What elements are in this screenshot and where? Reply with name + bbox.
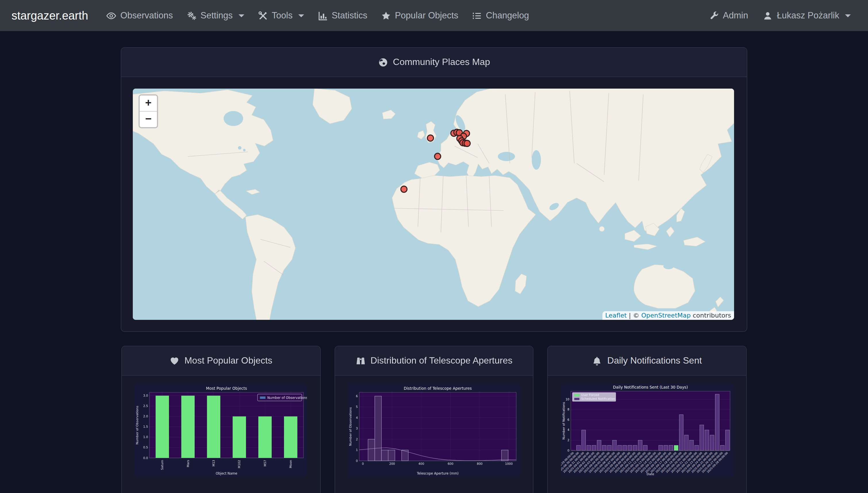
daily-notifications-chart: Daily Notifications Sent (Last 30 Days)0…	[561, 384, 733, 477]
chart-card-title: Most Popular Objects	[184, 356, 272, 366]
svg-text:1.5: 1.5	[143, 425, 148, 428]
svg-text:Number of Observations: Number of Observations	[136, 406, 139, 444]
nav-item-changelog[interactable]: Changelog	[466, 6, 535, 25]
svg-text:0.0: 0.0	[143, 456, 148, 459]
svg-text:2.0: 2.0	[143, 414, 148, 418]
leaflet-map[interactable]: + − Leaflet | © OpenStreetMap contributo…	[133, 89, 734, 320]
chevron-down-icon	[238, 14, 244, 17]
world-map	[133, 89, 734, 320]
svg-text:0: 0	[356, 459, 358, 463]
svg-text:Most Popular Objects: Most Popular Objects	[206, 386, 247, 391]
chart-card-header: Distribution of Telescope Apertures	[335, 346, 533, 376]
nav-item-user-menu[interactable]: Łukasz Pożarlik	[757, 6, 856, 25]
chart-body: Distribution of Telescope Apertures01234…	[335, 376, 533, 477]
svg-text:Distribution of Telescope Aper: Distribution of Telescope Apertures	[404, 386, 472, 391]
nav-label: Changelog	[486, 10, 529, 21]
chart-card-title: Daily Notifications Sent	[607, 356, 702, 366]
map-card-body: + − Leaflet | © OpenStreetMap contributo…	[121, 77, 747, 331]
bar-chart-icon	[318, 10, 328, 20]
svg-text:Daily Notifications Sent (Last: Daily Notifications Sent (Last 30 Days)	[613, 385, 687, 389]
nav-item-settings[interactable]: Settings	[181, 6, 250, 25]
zoom-in-button[interactable]: +	[140, 95, 157, 112]
svg-text:M13: M13	[212, 460, 215, 466]
nav-label: Tools	[272, 10, 293, 21]
binoculars-icon	[356, 356, 365, 366]
most-popular-objects-card: Most Popular Objects Most Popular Object…	[121, 346, 320, 493]
svg-text:0.5: 0.5	[143, 446, 148, 449]
svg-text:400: 400	[418, 462, 424, 465]
map-marker[interactable]	[427, 135, 434, 141]
leaflet-link[interactable]: Leaflet	[605, 312, 627, 319]
svg-text:2.5: 2.5	[143, 404, 148, 408]
svg-text:Number of Observations: Number of Observations	[268, 396, 307, 400]
svg-text:Number of Notifications: Number of Notifications	[562, 402, 565, 440]
most-popular-objects-chart: Most Popular Objects0.00.51.01.52.02.53.…	[135, 384, 307, 477]
charts-row: Most Popular Objects Most Popular Object…	[121, 346, 747, 493]
telescope-apertures-card: Distribution of Telescope Apertures Dist…	[334, 346, 533, 493]
svg-text:8: 8	[567, 408, 569, 411]
nav-label: Observations	[120, 10, 173, 21]
nav-item-popular-objects[interactable]: Popular Objects	[375, 6, 464, 25]
bell-icon	[592, 356, 602, 366]
svg-text:Saturn: Saturn	[161, 460, 164, 470]
map-marker[interactable]	[464, 141, 470, 147]
telescope-apertures-chart: Distribution of Telescope Apertures01234…	[348, 384, 520, 477]
svg-text:Number of Observations: Number of Observations	[349, 407, 352, 446]
nav-label: Popular Objects	[395, 10, 458, 21]
svg-text:0: 0	[362, 462, 364, 465]
svg-text:1000: 1000	[505, 462, 513, 465]
person-icon	[763, 10, 773, 20]
svg-text:600: 600	[448, 462, 453, 465]
nav-item-observations[interactable]: Observations	[101, 6, 179, 25]
svg-text:M102: M102	[238, 460, 241, 468]
map-card-header: Community Places Map	[121, 48, 747, 77]
svg-text:User Forced: User Forced	[581, 393, 599, 396]
svg-text:10: 10	[565, 398, 569, 401]
chart-card-header: Daily Notifications Sent	[548, 346, 746, 376]
tools-icon	[258, 10, 268, 20]
svg-text:Mars: Mars	[186, 460, 190, 467]
daily-notifications-card: Daily Notifications Sent Daily Notificat…	[548, 346, 747, 493]
svg-text:5: 5	[356, 405, 358, 408]
nav-label: Łukasz Pożarlik	[777, 10, 839, 21]
svg-text:1: 1	[356, 448, 358, 452]
svg-text:Scheduled Notification: Scheduled Notification	[581, 397, 615, 400]
svg-text:3: 3	[356, 427, 358, 430]
chart-card-header: Most Popular Objects	[122, 346, 320, 376]
svg-text:1.0: 1.0	[143, 435, 148, 438]
nav-label: Statistics	[332, 10, 367, 21]
chart-card-title: Distribution of Telescope Apertures	[370, 356, 512, 366]
navbar: stargazer.earth Observations Settings To	[0, 0, 868, 31]
svg-text:M57: M57	[263, 460, 267, 466]
gears-icon	[187, 10, 197, 20]
eye-icon	[107, 10, 116, 20]
svg-text:4: 4	[356, 416, 358, 420]
svg-text:0: 0	[567, 449, 569, 452]
attribution-suffix: contributors	[691, 312, 731, 319]
zoom-out-button[interactable]: −	[140, 112, 157, 127]
chevron-down-icon	[298, 14, 304, 17]
nav-right: Admin Łukasz Pożarlik	[703, 6, 856, 25]
map-marker[interactable]	[435, 153, 441, 159]
svg-text:800: 800	[477, 462, 483, 465]
svg-text:Moon: Moon	[289, 460, 292, 468]
page: stargazer.earth Observations Settings To	[0, 0, 868, 493]
nav-item-tools[interactable]: Tools	[252, 6, 310, 25]
chart-body: Most Popular Objects0.00.51.01.52.02.53.…	[122, 376, 320, 477]
svg-text:6: 6	[567, 418, 569, 421]
brand-link[interactable]: stargazer.earth	[12, 9, 88, 22]
openstreetmap-link[interactable]: OpenStreetMap	[641, 312, 691, 319]
nav-item-statistics[interactable]: Statistics	[312, 6, 373, 25]
svg-text:2: 2	[567, 438, 569, 442]
svg-text:Object Name: Object Name	[216, 471, 237, 475]
nav-label: Admin	[723, 10, 748, 21]
heart-icon	[169, 356, 179, 366]
map-marker[interactable]	[401, 186, 407, 192]
nav-item-admin[interactable]: Admin	[703, 6, 754, 25]
wrench-icon	[709, 10, 719, 20]
svg-text:Date: Date	[646, 472, 654, 476]
svg-text:3.0: 3.0	[143, 394, 148, 397]
map-zoom-control: + −	[139, 94, 158, 128]
map-card-title: Community Places Map	[393, 57, 490, 67]
chart-body: Daily Notifications Sent (Last 30 Days)0…	[548, 376, 746, 477]
